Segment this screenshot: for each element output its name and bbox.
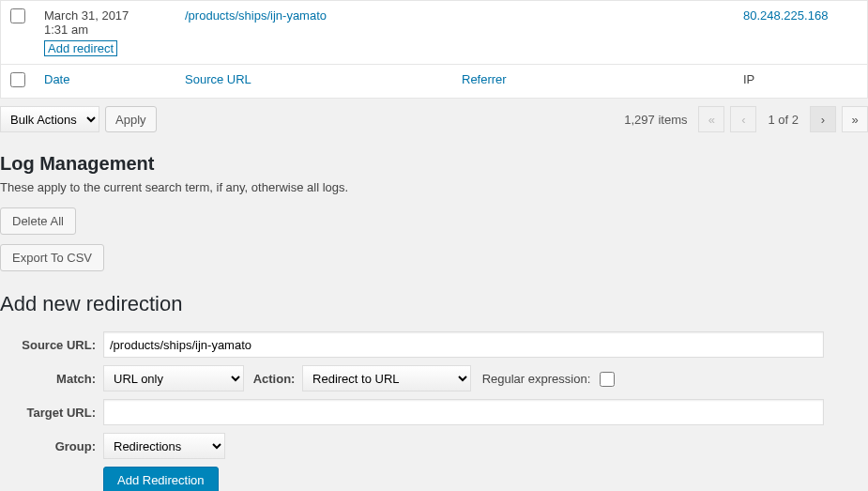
tablenav: Bulk Actions Apply 1,297 items « ‹ 1 of … (0, 99, 868, 140)
prev-page-button[interactable]: ‹ (730, 106, 756, 132)
source-url-input[interactable] (103, 331, 824, 358)
row-time: 1:31 am (44, 23, 88, 37)
match-label: Match: (0, 361, 103, 395)
col-ip: IP (743, 72, 754, 86)
source-url-link[interactable]: /products/ships/ijn-yamato (185, 8, 327, 23)
target-url-label: Target URL: (0, 395, 103, 429)
ip-link[interactable]: 80.248.225.168 (743, 8, 828, 23)
col-date[interactable]: Date (44, 72, 69, 86)
match-select[interactable]: URL only (103, 365, 244, 391)
log-description: These apply to the current search term, … (0, 180, 868, 194)
select-all-checkbox[interactable] (10, 72, 25, 87)
log-table: March 31, 2017 1:31 am Add redirect /pro… (0, 0, 868, 99)
bulk-actions-select[interactable]: Bulk Actions (0, 106, 99, 132)
page-indicator: 1 of 2 (762, 113, 804, 127)
items-count: 1,297 items (618, 113, 693, 127)
target-url-input[interactable] (103, 399, 824, 425)
next-page-button[interactable]: › (810, 106, 836, 132)
add-redirection-heading: Add new redirection (0, 292, 868, 316)
log-management-heading: Log Management (0, 153, 868, 175)
action-label: Action: (253, 372, 296, 386)
table-footer: Date Source URL Referrer IP (1, 65, 868, 99)
last-page-button[interactable]: » (842, 106, 868, 132)
regex-checkbox[interactable] (600, 372, 615, 387)
regex-label: Regular expression: (482, 372, 591, 386)
group-select[interactable]: Redirections (103, 433, 225, 459)
source-url-label: Source URL: (0, 328, 103, 361)
col-referrer[interactable]: Referrer (462, 72, 507, 86)
add-redirection-form: Source URL: Match: URL only Action: Redi… (0, 328, 868, 491)
apply-button[interactable]: Apply (105, 106, 157, 132)
col-source[interactable]: Source URL (185, 72, 251, 86)
row-checkbox[interactable] (10, 8, 25, 23)
add-redirection-button[interactable]: Add Redirection (103, 467, 219, 491)
group-label: Group: (0, 429, 103, 463)
table-row: March 31, 2017 1:31 am Add redirect /pro… (1, 1, 868, 65)
row-date: March 31, 2017 (44, 8, 129, 23)
delete-all-button[interactable]: Delete All (0, 207, 76, 235)
export-csv-button[interactable]: Export To CSV (0, 244, 104, 271)
referrer-cell (452, 1, 734, 65)
action-select[interactable]: Redirect to URL (302, 365, 471, 391)
add-redirect-link[interactable]: Add redirect (44, 40, 117, 56)
first-page-button[interactable]: « (698, 106, 724, 132)
pagination: 1,297 items « ‹ 1 of 2 › » (618, 106, 868, 132)
